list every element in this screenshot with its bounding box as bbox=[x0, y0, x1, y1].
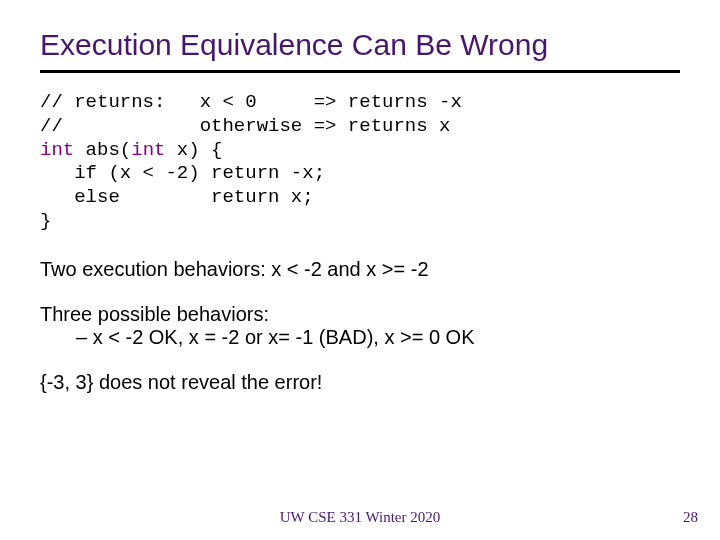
paragraph-1: Two execution behaviors: x < -2 and x >=… bbox=[40, 258, 680, 281]
code-line-2: // otherwise => returns x bbox=[40, 115, 450, 137]
code-line-1: // returns: x < 0 => returns -x bbox=[40, 91, 462, 113]
keyword-int-1: int bbox=[40, 139, 74, 161]
code-block: // returns: x < 0 => returns -x // other… bbox=[40, 91, 680, 234]
paragraph-2-lead: Three possible behaviors: bbox=[40, 303, 269, 325]
code-line-5: else return x; bbox=[40, 186, 314, 208]
code-line-3-mid: abs( bbox=[74, 139, 131, 161]
title-rule bbox=[40, 70, 680, 73]
code-line-4: if (x < -2) return -x; bbox=[40, 162, 325, 184]
slide-title: Execution Equivalence Can Be Wrong bbox=[40, 28, 680, 62]
page-number: 28 bbox=[683, 509, 698, 526]
paragraph-2-sub: – x < -2 OK, x = -2 or x= -1 (BAD), x >=… bbox=[76, 326, 474, 348]
slide: Execution Equivalence Can Be Wrong // re… bbox=[0, 0, 720, 540]
footer-text: UW CSE 331 Winter 2020 bbox=[0, 509, 720, 526]
code-line-3: int abs(int x) { bbox=[40, 139, 222, 161]
code-line-3-end: x) { bbox=[165, 139, 222, 161]
paragraph-2: Three possible behaviors: – x < -2 OK, x… bbox=[40, 303, 680, 349]
code-line-6: } bbox=[40, 210, 51, 232]
paragraph-3: {-3, 3} does not reveal the error! bbox=[40, 371, 680, 394]
keyword-int-2: int bbox=[131, 139, 165, 161]
